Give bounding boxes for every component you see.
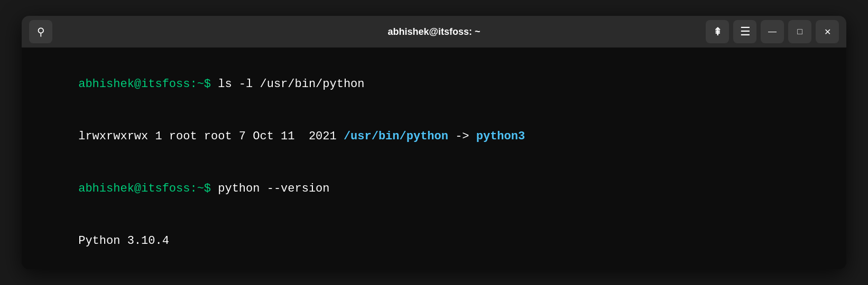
search-button[interactable]: ⚲ xyxy=(29,20,52,43)
window-title: abhishek@itsfoss: ~ xyxy=(387,26,480,37)
close-icon: ✕ xyxy=(824,27,831,37)
new-tab-icon: ⇞ xyxy=(713,25,722,38)
title-bar-right: ⇞ ☰ — □ ✕ xyxy=(706,20,839,43)
output-arrow: -> xyxy=(448,130,476,143)
output-normal-1: lrwxrwxrwx 1 root root 7 Oct 11 2021 xyxy=(78,130,344,143)
command-1: ls -l /usr/bin/python xyxy=(211,78,364,91)
output-link-2: python3 xyxy=(476,130,525,143)
menu-icon: ☰ xyxy=(740,25,750,39)
search-icon: ⚲ xyxy=(37,25,45,38)
new-tab-button[interactable]: ⇞ xyxy=(706,20,729,43)
output-link-1: /usr/bin/python xyxy=(344,130,448,143)
maximize-button[interactable]: □ xyxy=(788,20,811,43)
terminal-line-2: lrwxrwxrwx 1 root root 7 Oct 11 2021 /us… xyxy=(36,110,832,163)
close-button[interactable]: ✕ xyxy=(816,20,839,43)
prompt-1: abhishek@itsfoss:~$ xyxy=(78,78,211,91)
terminal-line-5: abhishek@itsfoss:~$ xyxy=(36,267,832,269)
terminal-body[interactable]: abhishek@itsfoss:~$ ls -l /usr/bin/pytho… xyxy=(22,48,846,269)
title-bar-left: ⚲ xyxy=(29,20,52,43)
menu-button[interactable]: ☰ xyxy=(733,20,756,43)
minimize-button[interactable]: — xyxy=(761,20,784,43)
terminal-window: ⚲ abhishek@itsfoss: ~ ⇞ ☰ — □ ✕ abh xyxy=(22,16,846,269)
python-version-output: Python 3.10.4 xyxy=(78,234,169,248)
prompt-2: abhishek@itsfoss:~$ xyxy=(78,182,211,195)
command-2: python --version xyxy=(211,182,329,195)
terminal-line-4: Python 3.10.4 xyxy=(36,215,832,267)
terminal-line-1: abhishek@itsfoss:~$ ls -l /usr/bin/pytho… xyxy=(36,58,832,110)
minimize-icon: — xyxy=(768,27,777,36)
terminal-line-3: abhishek@itsfoss:~$ python --version xyxy=(36,163,832,215)
title-bar: ⚲ abhishek@itsfoss: ~ ⇞ ☰ — □ ✕ xyxy=(22,16,846,48)
maximize-icon: □ xyxy=(797,27,802,36)
